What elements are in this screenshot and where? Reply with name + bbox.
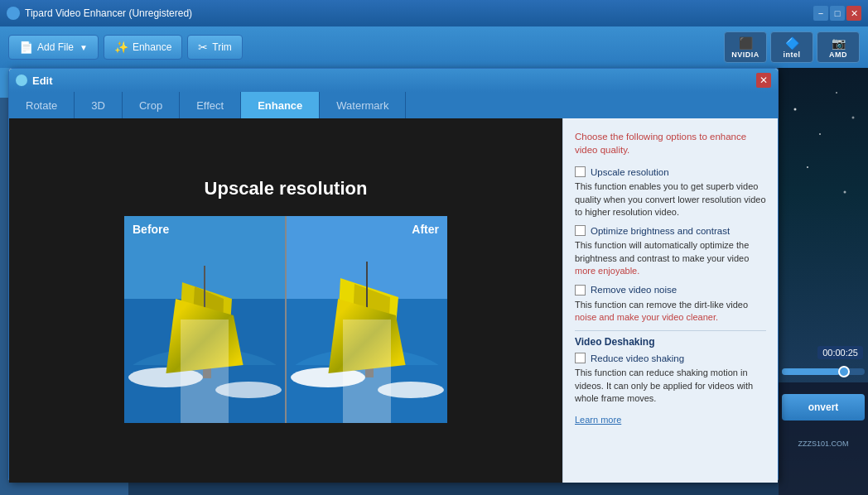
bg-stars-svg	[779, 68, 868, 495]
dialog-title-text: Edit	[32, 74, 53, 87]
add-file-label: Add File	[37, 41, 74, 53]
brightness-desc: This function will automatically optimiz…	[575, 239, 766, 277]
brightness-check-row: Optimize brightness and contrast	[575, 225, 766, 236]
enhance-option-brightness: Optimize brightness and contrast This fu…	[575, 225, 766, 277]
noise-highlight: noise and make your video cleaner.	[575, 312, 718, 322]
nvidia-badge: ⬛ NVIDIA	[724, 31, 767, 63]
enhance-button[interactable]: ✨ Enhance	[104, 35, 182, 60]
svg-point-2	[819, 133, 821, 135]
noise-checkbox[interactable]	[575, 285, 586, 296]
svg-point-23	[378, 382, 444, 398]
background-scenery: 00:00:25 onvert ZZZS101.COM	[779, 68, 868, 495]
video-before: Before	[124, 216, 285, 423]
upscale-title: Upscale resolution	[205, 178, 368, 199]
trim-button[interactable]: ✂ Trim	[187, 35, 243, 60]
enhance-option-upscale: Upscale resolution This function enables…	[575, 166, 766, 219]
svg-point-4	[807, 166, 808, 168]
title-bar-left: Tipard Video Enhancer (Unregistered)	[7, 7, 192, 20]
brightness-checkbox[interactable]	[575, 225, 586, 236]
brightness-label: Optimize brightness and contrast	[591, 226, 730, 236]
tab-effect[interactable]: Effect	[180, 92, 241, 118]
trim-icon: ✂	[198, 41, 208, 54]
svg-point-3	[852, 117, 855, 119]
trim-label: Trim	[212, 41, 232, 53]
intel-label: intel	[783, 50, 800, 59]
noise-desc: This function can remove the dirt-like v…	[575, 299, 766, 324]
minimize-button[interactable]: −	[813, 6, 828, 21]
upscale-check-row: Upscale resolution	[575, 166, 766, 177]
title-bar-controls: − □ ✕	[813, 6, 861, 21]
intel-badge: 🔷 intel	[770, 31, 813, 63]
convert-button-label[interactable]: onvert	[808, 401, 839, 413]
noise-label: Remove video noise	[591, 285, 677, 295]
enhance-options-panel: Choose the following options to enhance …	[562, 118, 778, 483]
tab-crop[interactable]: Crop	[123, 92, 180, 118]
video-panel: Upscale resolution Before	[9, 118, 562, 483]
tab-enhance-label: Enhance	[258, 99, 302, 112]
tab-3d-label: 3D	[91, 99, 105, 112]
tab-crop-label: Crop	[139, 99, 162, 112]
enhance-option-deshaking: Reduce video shaking This function can r…	[575, 353, 766, 405]
windsurfer-before-svg	[124, 216, 285, 423]
enhance-icon: ✨	[114, 41, 128, 54]
before-label: Before	[133, 223, 169, 236]
watermark-text: ZZZS101.COM	[798, 440, 848, 448]
svg-point-22	[291, 368, 365, 387]
add-file-button[interactable]: 📄 Add File ▼	[8, 35, 99, 60]
enhance-label: Enhance	[133, 41, 171, 53]
maximize-button[interactable]: □	[830, 6, 845, 21]
gpu-badges: ⬛ NVIDIA 🔷 intel 📷 AMD	[724, 31, 860, 63]
svg-rect-17	[203, 366, 211, 378]
deshaking-section-label: Video Deshaking	[575, 336, 766, 348]
dropdown-arrow: ▼	[80, 43, 88, 52]
svg-point-11	[128, 368, 203, 387]
tab-rotate-label: Rotate	[26, 99, 57, 112]
svg-point-1	[836, 92, 837, 94]
tab-watermark-label: Watermark	[336, 99, 388, 112]
tab-rotate[interactable]: Rotate	[9, 92, 75, 118]
close-button[interactable]: ✕	[846, 6, 861, 21]
svg-point-5	[844, 191, 846, 194]
upscale-checkbox[interactable]	[575, 166, 586, 177]
tab-enhance[interactable]: Enhance	[241, 92, 320, 118]
toolbar-left: 📄 Add File ▼ ✨ Enhance ✂ Trim	[8, 35, 243, 60]
enhance-option-noise: Remove video noise This function can rem…	[575, 285, 766, 324]
amd-label: AMD	[829, 50, 847, 59]
title-bar: Tipard Video Enhancer (Unregistered) − □…	[0, 0, 868, 26]
svg-rect-28	[365, 365, 374, 377]
section-divider	[575, 330, 766, 331]
windsurfer-after-img	[287, 216, 447, 423]
before-after-container: Before	[124, 216, 447, 423]
tab-watermark[interactable]: Watermark	[320, 92, 406, 118]
dialog-body: Upscale resolution Before	[9, 118, 778, 483]
app-title: Tipard Video Enhancer (Unregistered)	[25, 7, 192, 19]
add-file-icon: 📄	[19, 41, 33, 54]
intel-icon: 🔷	[785, 36, 799, 50]
nvidia-label: NVIDIA	[731, 50, 760, 59]
svg-point-27	[364, 355, 374, 365]
dialog-close-button[interactable]: ✕	[756, 73, 771, 88]
app-icon	[7, 7, 20, 20]
learn-more-link[interactable]: Learn more	[575, 415, 621, 425]
deshaking-checkbox[interactable]	[575, 353, 586, 363]
svg-point-0	[794, 108, 797, 111]
toolbar: 📄 Add File ▼ ✨ Enhance ✂ Trim ⬛ NVIDIA 🔷…	[0, 26, 868, 68]
tab-bar: Rotate 3D Crop Effect Enhance Watermark	[9, 92, 778, 118]
dialog-title-icon	[16, 74, 27, 86]
edit-dialog: Edit ✕ Rotate 3D Crop Effect Enhance Wat…	[8, 68, 779, 482]
enhance-intro: Choose the following options to enhance …	[575, 130, 766, 156]
deshaking-desc: This function can reduce shaking motion …	[575, 367, 766, 405]
dialog-title-bar: Edit ✕	[9, 69, 778, 92]
amd-badge: 📷 AMD	[817, 31, 860, 63]
brightness-highlight: more enjoyable.	[575, 266, 639, 276]
video-after: After	[287, 216, 447, 423]
deshaking-label: Reduce video shaking	[591, 353, 684, 363]
tab-effect-label: Effect	[196, 99, 224, 112]
after-label: After	[412, 223, 439, 236]
windsurfer-after-svg	[287, 216, 447, 423]
svg-marker-25	[351, 284, 390, 359]
tab-3d[interactable]: 3D	[75, 92, 123, 118]
svg-marker-14	[190, 286, 224, 361]
svg-point-12	[215, 382, 282, 398]
svg-point-16	[202, 356, 212, 366]
